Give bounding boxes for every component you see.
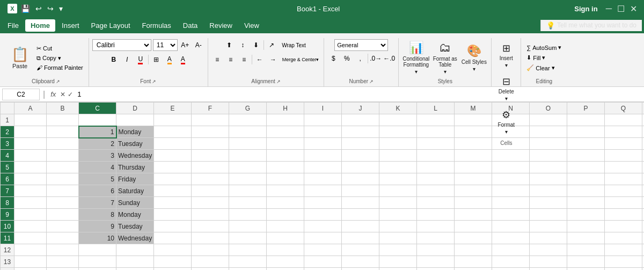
format-as-table-button[interactable]: 🗂 Format asTable ▾ [431, 42, 459, 74]
table-cell[interactable] [455, 173, 492, 185]
cell-styles-button[interactable]: 🎨 Cell Styles ▾ [460, 42, 488, 74]
table-cell[interactable] [605, 256, 642, 268]
table-cell[interactable] [455, 244, 492, 256]
table-cell[interactable] [154, 256, 192, 268]
table-cell[interactable]: 8 [79, 209, 116, 221]
cancel-formula-icon[interactable]: ✕ [60, 91, 65, 98]
table-cell[interactable] [14, 138, 47, 150]
table-cell[interactable] [605, 197, 642, 209]
table-cell[interactable] [379, 197, 417, 209]
table-cell[interactable] [530, 114, 567, 126]
table-cell[interactable] [642, 256, 645, 268]
table-cell[interactable] [417, 197, 455, 209]
increase-indent-button[interactable]: → [267, 54, 279, 65]
table-cell[interactable] [229, 268, 267, 271]
redo-button[interactable]: ↪ [46, 3, 55, 14]
table-cell[interactable] [267, 138, 304, 150]
table-cell[interactable] [14, 209, 47, 221]
table-cell[interactable] [229, 126, 267, 138]
row-header-5[interactable]: 5 [1, 162, 14, 173]
table-cell[interactable] [229, 138, 267, 150]
table-cell[interactable]: Wednesday [116, 150, 154, 162]
table-cell[interactable] [492, 162, 530, 173]
table-cell[interactable]: 6 [79, 185, 116, 197]
table-cell[interactable] [192, 126, 229, 138]
col-header-R[interactable]: R [642, 103, 645, 114]
align-middle-button[interactable]: ↕ [237, 39, 248, 51]
table-cell[interactable] [342, 185, 379, 197]
table-cell[interactable] [417, 268, 455, 271]
table-cell[interactable] [567, 162, 605, 173]
table-cell[interactable] [192, 173, 229, 185]
table-cell[interactable] [79, 244, 116, 256]
table-cell[interactable]: Tuesday [116, 138, 154, 150]
table-cell[interactable] [342, 209, 379, 221]
table-cell[interactable] [154, 126, 192, 138]
table-cell[interactable] [229, 114, 267, 126]
table-cell[interactable] [229, 232, 267, 244]
table-cell[interactable] [642, 150, 645, 162]
table-cell[interactable] [267, 185, 304, 197]
table-cell[interactable] [47, 138, 79, 150]
table-cell[interactable] [267, 221, 304, 232]
clipboard-expand-icon[interactable]: ↗ [56, 79, 60, 84]
table-cell[interactable] [342, 138, 379, 150]
decrease-decimal-button[interactable]: ←.0 [383, 53, 395, 64]
table-cell[interactable] [530, 244, 567, 256]
table-cell[interactable] [342, 126, 379, 138]
table-cell[interactable] [567, 150, 605, 162]
table-cell[interactable]: Saturday [116, 185, 154, 197]
table-cell[interactable] [229, 173, 267, 185]
table-cell[interactable] [304, 138, 342, 150]
table-cell[interactable] [14, 173, 47, 185]
tell-me-bar[interactable]: 💡 Tell me what you want to do [540, 20, 642, 31]
table-cell[interactable] [605, 173, 642, 185]
italic-button[interactable]: I [121, 54, 133, 65]
align-left-button[interactable]: ≡ [211, 54, 223, 65]
table-cell[interactable] [530, 209, 567, 221]
table-cell[interactable] [567, 256, 605, 268]
align-top-button[interactable]: ⬆ [223, 39, 235, 51]
percent-button[interactable]: % [341, 53, 353, 64]
menu-file[interactable]: File [2, 19, 24, 32]
table-cell[interactable] [379, 244, 417, 256]
table-cell[interactable] [267, 232, 304, 244]
table-cell[interactable] [642, 221, 645, 232]
table-cell[interactable] [605, 268, 642, 271]
clear-button[interactable]: 🧹 Clear ▾ [524, 63, 564, 72]
table-cell[interactable] [379, 256, 417, 268]
table-cell[interactable] [605, 209, 642, 221]
table-cell[interactable] [304, 197, 342, 209]
table-cell[interactable] [14, 244, 47, 256]
table-cell[interactable] [342, 268, 379, 271]
table-cell[interactable] [642, 244, 645, 256]
col-header-O[interactable]: O [530, 103, 567, 114]
table-cell[interactable] [192, 150, 229, 162]
align-right-button[interactable]: ≡ [238, 54, 250, 65]
table-cell[interactable] [14, 268, 47, 271]
table-cell[interactable] [455, 185, 492, 197]
table-cell[interactable] [642, 209, 645, 221]
table-cell[interactable] [642, 173, 645, 185]
table-cell[interactable] [530, 126, 567, 138]
table-cell[interactable] [605, 185, 642, 197]
table-cell[interactable] [154, 138, 192, 150]
row-header-12[interactable]: 12 [1, 244, 14, 256]
table-cell[interactable]: Friday [116, 173, 154, 185]
table-cell[interactable] [455, 162, 492, 173]
table-cell[interactable]: 9 [79, 221, 116, 232]
customize-qat-button[interactable]: ▾ [57, 3, 64, 14]
col-header-D[interactable]: D [116, 103, 154, 114]
table-cell[interactable] [229, 185, 267, 197]
table-cell[interactable] [154, 209, 192, 221]
table-cell[interactable] [417, 162, 455, 173]
table-cell[interactable] [154, 232, 192, 244]
table-cell[interactable] [342, 221, 379, 232]
table-cell[interactable]: Wednesday [116, 232, 154, 244]
fill-color-button[interactable]: A [164, 54, 175, 65]
table-cell[interactable] [417, 150, 455, 162]
table-cell[interactable] [47, 185, 79, 197]
table-cell[interactable] [567, 114, 605, 126]
table-cell[interactable] [192, 114, 229, 126]
table-cell[interactable] [642, 138, 645, 150]
